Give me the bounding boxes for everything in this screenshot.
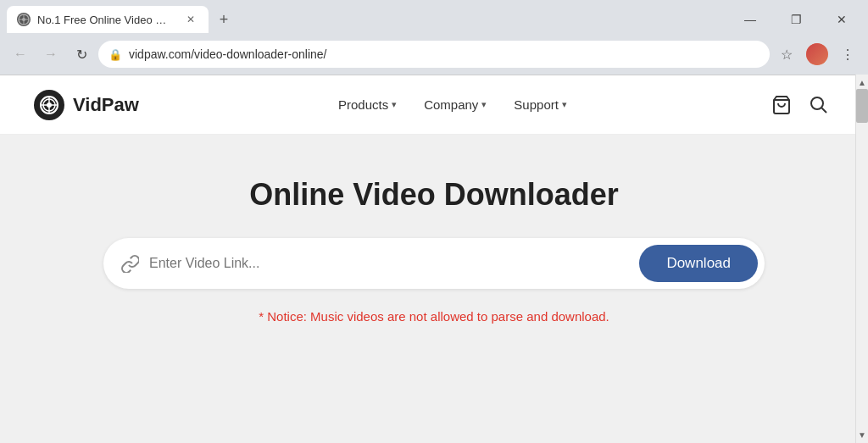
scroll-thumb[interactable] — [856, 89, 868, 123]
tab-title: No.1 Free Online Video Downloa... — [37, 14, 173, 26]
products-label: Products — [338, 97, 388, 112]
nav-company[interactable]: Company ▾ — [414, 91, 497, 119]
forward-button[interactable]: → — [37, 41, 64, 68]
window-controls: — ❐ ✕ — [731, 6, 861, 33]
minimize-button[interactable]: — — [731, 6, 770, 33]
address-bar: ← → ↻ 🔒 vidpaw.com/video-downloader-onli… — [0, 34, 868, 75]
scroll-down-arrow[interactable]: ▼ — [856, 429, 869, 441]
support-label: Support — [514, 97, 559, 112]
link-icon — [120, 254, 139, 273]
company-label: Company — [424, 97, 478, 112]
menu-button[interactable]: ⋮ — [834, 41, 861, 68]
site-nav: VidPaw Products ▾ Company ▾ Support ▾ — [0, 75, 868, 135]
logo-icon — [34, 90, 64, 120]
tabs-area: No.1 Free Online Video Downloa... ✕ + — [7, 6, 236, 33]
search-button[interactable] — [804, 90, 834, 120]
maximize-button[interactable]: ❐ — [776, 6, 815, 33]
logo[interactable]: VidPaw — [34, 90, 139, 120]
avatar-image — [806, 43, 828, 65]
support-chevron-icon: ▾ — [562, 99, 567, 110]
nav-support[interactable]: Support ▾ — [504, 91, 577, 119]
notice-text: * Notice: Music videos are not allowed t… — [259, 309, 609, 324]
scroll-track — [856, 89, 868, 429]
nav-products[interactable]: Products ▾ — [328, 91, 407, 119]
nav-icons — [766, 90, 834, 120]
nav-links: Products ▾ Company ▾ Support ▾ — [328, 91, 577, 119]
url-bar[interactable]: 🔒 vidpaw.com/video-downloader-online/ — [98, 41, 770, 68]
back-button[interactable]: ← — [7, 41, 34, 68]
scrollbar[interactable]: ▲ ▼ — [855, 75, 868, 443]
address-actions: ☆ ⋮ — [773, 41, 861, 68]
lock-icon: 🔒 — [108, 48, 122, 61]
tab-favicon — [17, 13, 31, 26]
url-text: vidpaw.com/video-downloader-online/ — [129, 47, 760, 61]
reload-button[interactable]: ↻ — [68, 41, 95, 68]
hero-title: Online Video Downloader — [249, 177, 618, 213]
profile-button[interactable] — [804, 41, 831, 68]
tab-close-button[interactable]: ✕ — [183, 12, 198, 27]
video-link-input[interactable] — [149, 256, 629, 271]
download-button[interactable]: Download — [639, 245, 758, 282]
svg-line-11 — [822, 108, 827, 113]
browser-tab[interactable]: No.1 Free Online Video Downloa... ✕ — [7, 6, 209, 33]
company-chevron-icon: ▾ — [481, 99, 487, 110]
logo-text: VidPaw — [73, 94, 139, 116]
avatar — [806, 43, 828, 65]
products-chevron-icon: ▾ — [392, 99, 397, 110]
star-button[interactable]: ☆ — [773, 41, 800, 68]
shop-button[interactable] — [766, 90, 797, 120]
close-button[interactable]: ✕ — [822, 6, 861, 33]
scroll-up-arrow[interactable]: ▲ — [856, 76, 869, 89]
title-bar: No.1 Free Online Video Downloa... ✕ + — … — [0, 0, 868, 34]
hero-section: Online Video Downloader Download * Notic… — [0, 135, 868, 349]
svg-point-10 — [811, 97, 823, 109]
search-bar: Download — [103, 238, 765, 289]
new-tab-button[interactable]: + — [212, 8, 236, 31]
website: VidPaw Products ▾ Company ▾ Support ▾ — [0, 75, 868, 349]
